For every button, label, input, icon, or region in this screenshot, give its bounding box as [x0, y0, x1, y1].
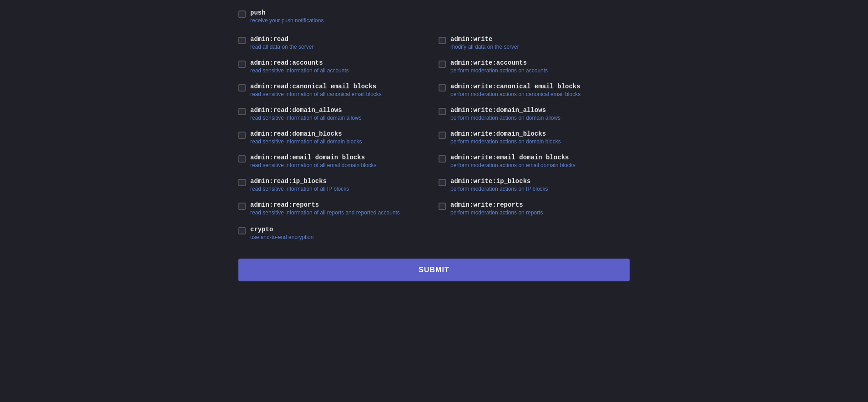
scope-left-info-2: admin:read:canonical_email_blocksread se… — [250, 83, 382, 97]
scope-right-name-6: admin:write:ip_blocks — [450, 178, 548, 185]
push-info: push receive your push notifications — [250, 9, 323, 24]
scope-right-desc-2: perform moderation actions on canonical … — [450, 91, 580, 97]
scope-left-desc-6: read sensitive information of all IP blo… — [250, 186, 349, 192]
scope-left-checkbox-1[interactable] — [238, 61, 246, 68]
scope-left-info-4: admin:read:domain_blocksread sensitive i… — [250, 130, 362, 145]
scope-left-4: admin:read:domain_blocksread sensitive i… — [238, 130, 429, 145]
scope-right-name-2: admin:write:canonical_email_blocks — [450, 83, 580, 90]
scope-right-name-0: admin:write — [450, 36, 519, 43]
scope-left-info-0: admin:readread all data on the server — [250, 36, 313, 50]
scope-list: admin:readread all data on the serveradm… — [238, 31, 630, 220]
scope-right-2: admin:write:canonical_email_blocksperfor… — [439, 83, 630, 97]
scope-right-desc-1: perform moderation actions on accounts — [450, 67, 548, 74]
scope-right-checkbox-7[interactable] — [439, 203, 446, 210]
scope-left-name-5: admin:read:email_domain_blocks — [250, 154, 376, 161]
scope-right-name-5: admin:write:email_domain_blocks — [450, 154, 575, 161]
scope-left-desc-5: read sensitive information of all email … — [250, 162, 376, 168]
scope-right-name-7: admin:write:reports — [450, 201, 543, 209]
scope-right-4: admin:write:domain_blocksperform moderat… — [439, 130, 630, 145]
scope-left-name-4: admin:read:domain_blocks — [250, 130, 362, 137]
scope-left-desc-7: read sensitive information of all report… — [250, 209, 400, 216]
scope-right-info-7: admin:write:reportsperform moderation ac… — [450, 201, 543, 216]
scope-left-info-6: admin:read:ip_blocksread sensitive infor… — [250, 178, 349, 192]
scope-right-7: admin:write:reportsperform moderation ac… — [439, 201, 630, 216]
push-checkbox[interactable] — [238, 10, 246, 18]
scope-right-info-0: admin:writemodify all data on the server — [450, 36, 519, 50]
scope-row-3: admin:read:domain_allowsread sensitive i… — [238, 102, 630, 126]
submit-button[interactable]: SUBMIT — [238, 259, 630, 281]
scope-left-desc-3: read sensitive information of all domain… — [250, 115, 362, 121]
push-description: receive your push notifications — [250, 17, 323, 24]
scope-left-name-3: admin:read:domain_allows — [250, 107, 362, 114]
scope-right-desc-6: perform moderation actions on IP blocks — [450, 186, 548, 192]
scope-left-info-1: admin:read:accountsread sensitive inform… — [250, 59, 349, 74]
scope-left-name-1: admin:read:accounts — [250, 59, 349, 66]
scope-left-desc-2: read sensitive information of all canoni… — [250, 91, 382, 97]
scope-left-name-0: admin:read — [250, 36, 313, 43]
scope-right-name-4: admin:write:domain_blocks — [450, 130, 561, 137]
scope-right-desc-5: perform moderation actions on email doma… — [450, 162, 575, 168]
scope-right-info-3: admin:write:domain_allowsperform moderat… — [450, 107, 560, 121]
scope-right-desc-3: perform moderation actions on domain all… — [450, 115, 560, 121]
scope-right-checkbox-5[interactable] — [439, 155, 446, 163]
scope-left-info-5: admin:read:email_domain_blocksread sensi… — [250, 154, 376, 168]
scope-left-5: admin:read:email_domain_blocksread sensi… — [238, 154, 429, 168]
scope-right-1: admin:write:accountsperform moderation a… — [439, 59, 630, 74]
scope-left-info-3: admin:read:domain_allowsread sensitive i… — [250, 107, 362, 121]
scope-right-checkbox-4[interactable] — [439, 132, 446, 139]
scope-right-info-4: admin:write:domain_blocksperform moderat… — [450, 130, 561, 145]
scope-left-6: admin:read:ip_blocksread sensitive infor… — [238, 178, 429, 192]
crypto-section: crypto use end-to-end encryption — [238, 220, 630, 248]
scope-right-info-2: admin:write:canonical_email_blocksperfor… — [450, 83, 580, 97]
scope-row-7: admin:read:reportsread sensitive informa… — [238, 197, 630, 220]
crypto-name: crypto — [250, 226, 313, 233]
scope-left-checkbox-5[interactable] — [238, 155, 246, 163]
scope-left-7: admin:read:reportsread sensitive informa… — [238, 201, 429, 216]
scope-right-info-1: admin:write:accountsperform moderation a… — [450, 59, 548, 74]
scope-right-3: admin:write:domain_allowsperform moderat… — [439, 107, 630, 121]
crypto-description: use end-to-end encryption — [250, 234, 313, 240]
scope-left-checkbox-7[interactable] — [238, 203, 246, 210]
submit-container: SUBMIT — [238, 259, 630, 281]
scope-right-desc-4: perform moderation actions on domain blo… — [450, 138, 561, 145]
scope-left-desc-1: read sensitive information of all accoun… — [250, 67, 349, 74]
scope-left-1: admin:read:accountsread sensitive inform… — [238, 59, 429, 74]
push-section: push receive your push notifications — [238, 9, 630, 31]
crypto-info: crypto use end-to-end encryption — [250, 226, 313, 240]
scope-left-3: admin:read:domain_allowsread sensitive i… — [238, 107, 429, 121]
scope-left-checkbox-2[interactable] — [238, 84, 246, 92]
scope-right-info-6: admin:write:ip_blocksperform moderation … — [450, 178, 548, 192]
scope-left-desc-0: read all data on the server — [250, 44, 313, 50]
scope-left-checkbox-4[interactable] — [238, 132, 246, 139]
scope-row-0: admin:readread all data on the serveradm… — [238, 31, 630, 55]
scope-row-1: admin:read:accountsread sensitive inform… — [238, 55, 630, 78]
scope-row-6: admin:read:ip_blocksread sensitive infor… — [238, 173, 630, 197]
scope-row-2: admin:read:canonical_email_blocksread se… — [238, 78, 630, 102]
scope-right-checkbox-1[interactable] — [439, 61, 446, 68]
scope-row-4: admin:read:domain_blocksread sensitive i… — [238, 126, 630, 149]
scope-right-0: admin:writemodify all data on the server — [439, 36, 630, 50]
scope-left-checkbox-0[interactable] — [238, 37, 246, 44]
scope-left-name-6: admin:read:ip_blocks — [250, 178, 349, 185]
scope-right-6: admin:write:ip_blocksperform moderation … — [439, 178, 630, 192]
scope-left-checkbox-6[interactable] — [238, 179, 246, 186]
scope-left-desc-4: read sensitive information of all domain… — [250, 138, 362, 145]
scope-right-checkbox-0[interactable] — [439, 37, 446, 44]
scope-right-desc-0: modify all data on the server — [450, 44, 519, 50]
scope-right-name-1: admin:write:accounts — [450, 59, 548, 66]
scope-left-0: admin:readread all data on the server — [238, 36, 429, 50]
scope-left-2: admin:read:canonical_email_blocksread se… — [238, 83, 429, 97]
scope-left-checkbox-3[interactable] — [238, 108, 246, 115]
scope-row-5: admin:read:email_domain_blocksread sensi… — [238, 149, 630, 173]
scope-right-info-5: admin:write:email_domain_blocksperform m… — [450, 154, 575, 168]
scope-right-desc-7: perform moderation actions on reports — [450, 209, 543, 216]
scope-left-name-2: admin:read:canonical_email_blocks — [250, 83, 382, 90]
crypto-checkbox[interactable] — [238, 227, 246, 234]
scope-left-info-7: admin:read:reportsread sensitive informa… — [250, 201, 400, 216]
scope-left-name-7: admin:read:reports — [250, 201, 400, 209]
scope-right-checkbox-3[interactable] — [439, 108, 446, 115]
push-name: push — [250, 9, 323, 16]
scope-right-checkbox-6[interactable] — [439, 179, 446, 186]
scope-right-5: admin:write:email_domain_blocksperform m… — [439, 154, 630, 168]
scope-right-checkbox-2[interactable] — [439, 84, 446, 92]
